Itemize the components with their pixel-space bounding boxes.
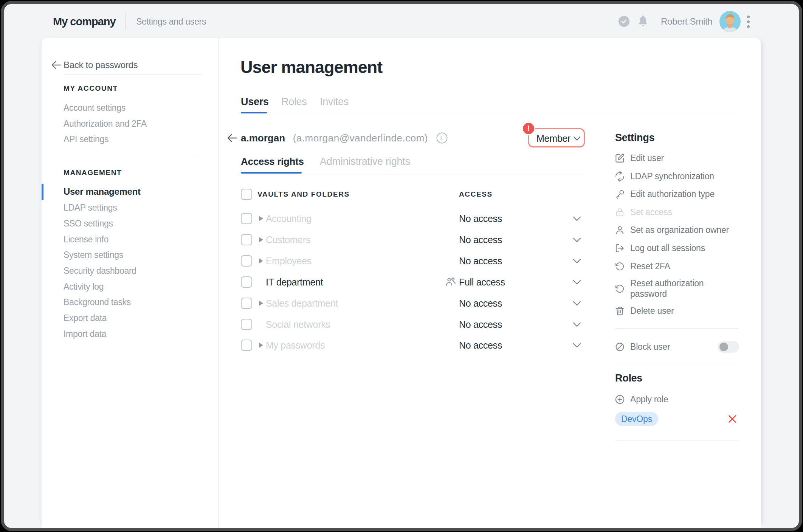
svg-text:L: L	[440, 135, 444, 141]
